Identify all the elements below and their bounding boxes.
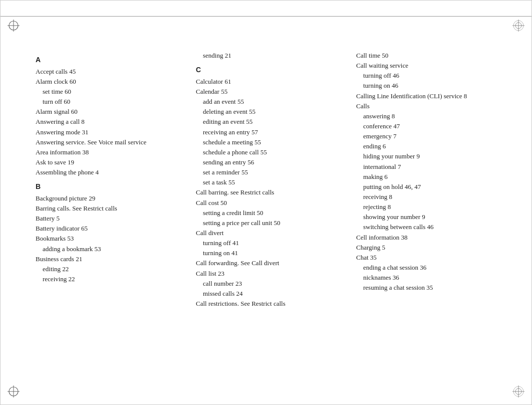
index-entry: sending an entry 56 (196, 157, 346, 167)
index-entry: putting on hold 46, 47 (356, 182, 506, 192)
index-entry: receiving 22 (36, 274, 186, 284)
index-entry: turning off 46 (356, 71, 506, 81)
index-entry: Assembling the phone 4 (36, 167, 186, 177)
index-entry: Call cost 50 (196, 198, 346, 208)
index-entry: Call waiting service (356, 61, 506, 71)
index-entry: call number 23 (196, 279, 346, 289)
corner-mark-br (511, 384, 525, 398)
index-entry: Business cards 21 (36, 254, 186, 264)
index-entry: Calculator 61 (196, 77, 346, 87)
index-entry: set a reminder 55 (196, 167, 346, 177)
index-col-2: sending 21CCalculator 61Calendar 55add a… (196, 51, 346, 309)
index-entry: Background picture 29 (36, 193, 186, 204)
index-entry: conference 47 (356, 121, 506, 131)
index-entry: switching between calls 46 (356, 222, 506, 232)
index-col-1: AAccept calls 45Alarm clock 60set time 6… (36, 51, 186, 284)
index-entry: set time 60 (36, 87, 186, 97)
index-entry: Calls (356, 101, 506, 111)
index-entry: international 7 (356, 162, 506, 172)
index-entry: Calendar 55 (196, 87, 346, 97)
index-entry: receiving an entry 57 (196, 127, 346, 137)
index-entry: resuming a chat session 35 (356, 283, 506, 293)
index-entry: Charging 5 (356, 243, 506, 253)
index-col-3: Call time 50Call waiting serviceturning … (356, 51, 506, 293)
index-entry: Call forwarding. See Call divert (196, 258, 346, 268)
index-entry: Alarm clock 60 (36, 77, 186, 87)
index-entry: editing 22 (36, 264, 186, 274)
index-entry: Battery 5 (36, 214, 186, 224)
index-entry: setting a credit limit 50 (196, 208, 346, 218)
index-entry: set a task 55 (196, 177, 346, 187)
index-entry: making 6 (356, 172, 506, 182)
index-entry: Alarm signal 60 (36, 107, 186, 117)
index-entry: ending 6 (356, 141, 506, 151)
index-entry: Call restrictions. See Restrict calls (196, 299, 346, 309)
index-entry: ending a chat session 36 (356, 263, 506, 273)
index-entry: answering 8 (356, 111, 506, 121)
corner-mark-tl (7, 19, 21, 33)
section-letter-b: B (36, 181, 186, 192)
content-area: AAccept calls 45Alarm clock 60set time 6… (36, 41, 506, 374)
index-entry: Calling Line Identification (CLI) servic… (356, 91, 506, 101)
page-container: AAccept calls 45Alarm clock 60set time 6… (0, 0, 532, 405)
index-entry: turning off 41 (196, 238, 346, 248)
index-entry: adding a bookmark 53 (36, 244, 186, 254)
corner-mark-bl (7, 384, 21, 398)
index-entry: setting a price per call unit 50 (196, 218, 346, 228)
index-entry: turning on 41 (196, 248, 346, 258)
index-entry: Ask to save 19 (36, 157, 186, 167)
index-entry: Answering service. See Voice mail servic… (36, 137, 186, 147)
index-entry: schedule a phone call 55 (196, 147, 346, 157)
index-entry: showing your number 9 (356, 212, 506, 222)
index-entry: missed calls 24 (196, 289, 346, 299)
index-entry: hiding your number 9 (356, 151, 506, 161)
index-entry: deleting an event 55 (196, 107, 346, 117)
index-entry: Accept calls 45 (36, 67, 186, 77)
index-entry: Call barring. see Restrict calls (196, 187, 346, 197)
index-entry: emergency 7 (356, 131, 506, 141)
index-entry: editing an event 55 (196, 117, 346, 127)
index-entry: Chat 35 (356, 253, 506, 263)
index-entry: turn off 60 (36, 97, 186, 107)
corner-mark-tr (511, 19, 525, 33)
index-entry: turning on 46 (356, 81, 506, 91)
index-entry: nicknames 36 (356, 273, 506, 283)
index-entry: Call time 50 (356, 51, 506, 61)
index-entry: rejecting 8 (356, 202, 506, 212)
index-entry: Cell information 38 (356, 233, 506, 243)
index-entry: Barring calls. See Restrict calls (36, 204, 186, 214)
index-entry: add an event 55 (196, 97, 346, 107)
index-columns: AAccept calls 45Alarm clock 60set time 6… (36, 51, 506, 309)
index-entry: Call list 23 (196, 269, 346, 279)
section-letter-a: A (36, 55, 186, 66)
index-entry: receiving 8 (356, 192, 506, 202)
index-entry: Area information 38 (36, 147, 186, 157)
index-entry: Answering mode 31 (36, 127, 186, 137)
section-letter-c: C (196, 65, 346, 76)
index-entry: sending 21 (196, 51, 346, 61)
index-entry: schedule a meeting 55 (196, 137, 346, 147)
index-entry: Bookmarks 53 (36, 234, 186, 244)
index-entry: Answering a call 8 (36, 117, 186, 127)
index-entry: Battery indicator 65 (36, 224, 186, 234)
index-entry: Call divert (196, 228, 346, 238)
header-bar (1, 1, 531, 17)
